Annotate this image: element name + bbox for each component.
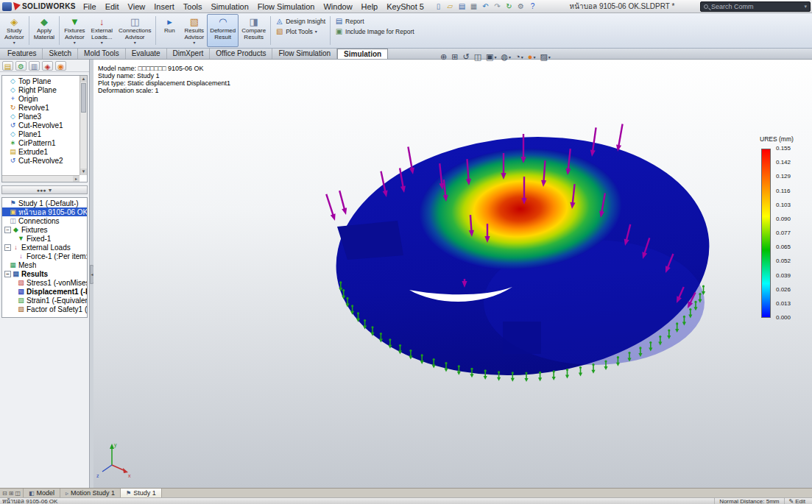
model-dome[interactable] [326,121,719,390]
feature-item-plane1[interactable]: ◇Plane1 [2,129,80,138]
save-icon[interactable]: ▤ [456,1,467,12]
dimxpertmanager-tab-icon[interactable]: ◈ [42,61,53,71]
split-horizontal-icon[interactable]: ⊟ [2,490,7,497]
tab-mold-tools[interactable]: Mold Tools [78,49,126,59]
menu-keyshot-5[interactable]: KeyShot 5 [382,1,428,13]
run-button[interactable]: ▸Run [158,14,181,47]
bottom-tab-study-1[interactable]: ⚑Study 1 [121,489,162,497]
displaymanager-tab-icon[interactable]: ◉ [55,61,66,71]
results-advisor-button[interactable]: ▧ResultsAdvisor▾ [181,14,207,47]
propertymanager-tab-icon[interactable]: ⚙ [15,61,27,71]
apply-material-button[interactable]: ◆ApplyMaterial [31,14,57,47]
redo-icon[interactable]: ↷ [492,1,503,12]
tab-evaluate[interactable]: Evaluate [126,49,167,59]
scroll-right-icon[interactable]: ▸ [73,176,80,182]
expander-icon[interactable]: − [4,271,11,277]
tab-flow-simulation[interactable]: Flow Simulation [272,49,337,59]
help-icon[interactable]: ? [527,1,538,12]
fixtures-advisor-button[interactable]: ▼FixturesAdvisor▾ [61,14,88,47]
feature-tree-horizontal-scrollbar[interactable]: ▸ [2,175,80,182]
open-icon[interactable]: ▱ [445,1,456,12]
bottom-tab-model[interactable]: ◧Model [24,489,60,497]
section-view-icon[interactable]: ◫ [474,52,481,62]
study-item-9105-06-ok-sw-30[interactable]: ▣หน้าบอล 9105-06 OK (-[SW]30 [2,207,87,216]
model-view[interactable]: y x z [93,60,812,488]
tree-splitter[interactable]: ●●● ▼ [1,185,88,194]
options-icon[interactable]: ⚙ [515,1,526,12]
scene-icon[interactable]: ▨▾ [540,52,550,62]
study-item-factor-of-safety1-fos[interactable]: ▧Factor of Safety1 (-FOS-) [2,305,87,313]
menu-flow-simulation[interactable]: Flow Simulation [253,1,319,13]
appearances-icon[interactable]: ●▾ [528,52,536,61]
tab-features[interactable]: Features [1,49,43,59]
legend-title: URES (mm) [760,135,811,143]
feature-item-revolve1[interactable]: ↻Revolve1 [2,103,80,112]
expander-icon[interactable]: − [4,244,11,251]
split-vertical-icon[interactable]: ⊞ [9,490,14,497]
menu-help[interactable]: Help [357,1,383,13]
configurationmanager-tab-icon[interactable]: ▥ [29,61,40,71]
command-search-input[interactable]: Search Comm ▾ [700,1,811,12]
include-image-for-report-button[interactable]: ▣Include Image for Report [335,27,414,35]
tab-simulation[interactable]: Simulation [337,49,388,59]
study-item-results[interactable]: −▤Results [2,269,87,278]
feature-item-extrude1[interactable]: ▤Extrude1 [2,147,80,156]
connections-advisor-icon: ◫ [130,16,139,28]
feature-item-right-plane[interactable]: ◇Right Plane [2,85,80,94]
display-style-icon[interactable]: ◍▾ [501,52,511,62]
design-insight-button[interactable]: ◬Design Insight [275,17,325,25]
tab-dimxpert[interactable]: DimXpert [167,49,211,59]
graphics-area[interactable]: y x z Model name: □□□□□□□ 9105-06 OKStud… [93,60,812,488]
menu-view[interactable]: View [124,1,150,13]
feature-item-top-plane[interactable]: ◇Top Plane [2,77,80,85]
feature-item-cut-revolve1[interactable]: ↺Cut-Revolve1 [2,121,80,129]
previous-view-icon[interactable]: ↺ [462,52,469,62]
view-orientation-icon[interactable]: ▣▾ [486,52,496,62]
tab-sketch[interactable]: Sketch [43,49,78,59]
featuremanager-tab-icon[interactable]: ▤ [2,61,13,71]
study-item-force-1-per-item-3000-n[interactable]: ↓Force-1 (:Per item: 3000 N [2,252,87,260]
scrollbar-thumb[interactable] [81,83,86,113]
rebuild-icon[interactable]: ↻ [504,1,515,12]
study-item-displacement1-res-disp[interactable]: ▧Displacement1 (-Res disp [2,287,87,296]
menu-file[interactable]: File [79,1,101,13]
new-document-icon[interactable]: ▯ [433,1,444,12]
feature-item-cirpattern1[interactable]: ∗CirPattern1 [2,138,80,147]
print-icon[interactable]: ▦ [468,1,479,12]
feature-item-origin[interactable]: +Origin [2,94,80,103]
report-button[interactable]: ▤Report [335,17,414,25]
feature-item-plane3[interactable]: ◇Plane3 [2,112,80,121]
study-item-strain1-equivalent[interactable]: ▧Strain1 (-Equivalent-) [2,296,87,305]
study-item-fixed-1[interactable]: ▼Fixed-1 [2,234,87,243]
zoom-fit-icon[interactable]: ⊕ [440,52,447,62]
external-loads-button[interactable]: ↓ExternalLoads...▾ [88,14,116,47]
plot-tools-button[interactable]: ▧Plot Tools▾ [275,27,325,35]
menu-window[interactable]: Window [319,1,356,13]
study-item-fixtures[interactable]: −◆Fixtures [2,225,87,234]
feature-tree-vertical-scrollbar[interactable]: ▲ ▼ [80,76,87,175]
scroll-up-icon[interactable]: ▲ [80,76,87,82]
study-item-stress1-vonmises[interactable]: ▧Stress1 (-vonMises-) [2,278,87,287]
pane-icon[interactable]: ◫ [15,490,21,497]
study-item-connections[interactable]: ◫Connections [2,216,87,225]
menu-simulation[interactable]: Simulation [206,1,253,13]
study-item-mesh[interactable]: ▦Mesh [2,260,87,269]
bottom-tab-motion-study-1[interactable]: ▹Motion Study 1 [60,489,121,497]
compare-results-button[interactable]: ◨CompareResults [239,14,269,47]
search-dropdown-icon[interactable]: ▾ [804,4,807,10]
deformed-result-button[interactable]: ◠DeformedResult [207,14,239,47]
expander-icon[interactable]: − [4,227,11,233]
menu-edit[interactable]: Edit [101,1,124,13]
scroll-down-icon[interactable]: ▼ [80,168,87,175]
menu-insert[interactable]: Insert [149,1,179,13]
study-advisor-button[interactable]: ◈StudyAdvisor▾ [1,14,27,47]
menu-tools[interactable]: Tools [179,1,207,13]
fixture-symbol [579,366,582,377]
connections-advisor-button[interactable]: ◫ConnectionsAdvisor▾ [116,14,154,47]
feature-item-cut-revolve2[interactable]: ↺Cut-Revolve2 [2,156,80,165]
zoom-area-icon[interactable]: ⊞ [451,52,458,62]
undo-icon[interactable]: ↶ [480,1,491,12]
study-item-external-loads[interactable]: −↓External Loads [2,243,87,252]
hide-show-icon[interactable]: ◔▾ [515,52,523,61]
tab-office-products[interactable]: Office Products [210,49,272,59]
